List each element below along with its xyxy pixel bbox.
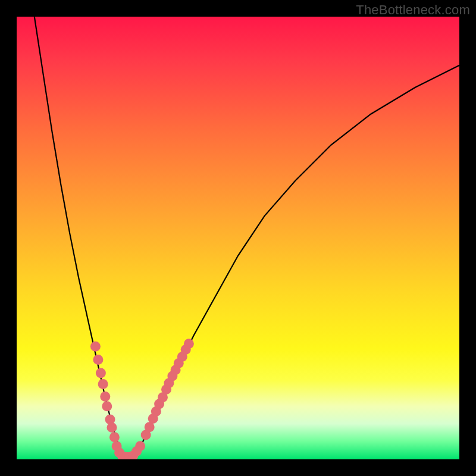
chart-svg [17, 17, 459, 459]
data-marker [100, 392, 110, 402]
watermark-text: TheBottleneck.com [356, 2, 470, 18]
data-marker [98, 379, 108, 389]
data-marker [107, 422, 117, 433]
data-marker [135, 441, 145, 451]
data-marker [102, 401, 112, 411]
bottleneck-curve [35, 17, 459, 457]
data-marker [93, 355, 103, 365]
data-marker [109, 432, 120, 442]
marker-group [90, 339, 194, 459]
data-marker [184, 339, 194, 349]
plot-area [17, 17, 459, 459]
data-marker [90, 342, 101, 352]
data-marker [96, 368, 106, 378]
